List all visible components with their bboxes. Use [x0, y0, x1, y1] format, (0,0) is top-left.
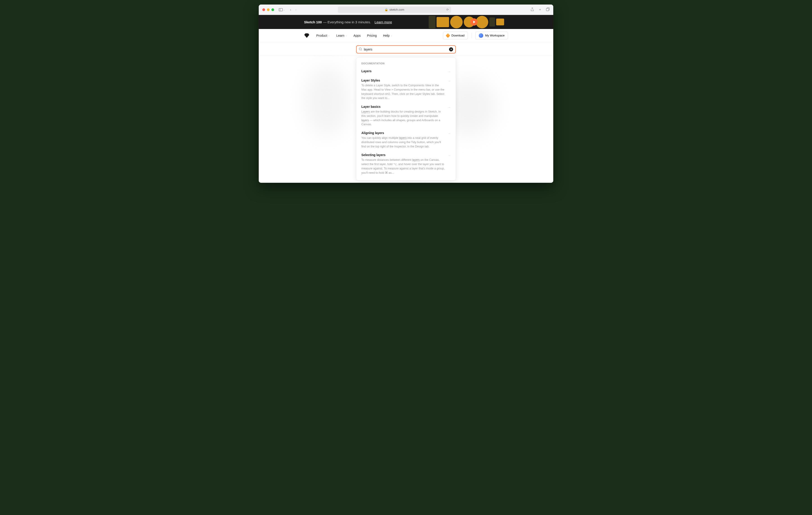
- nav-item-label: Apps: [353, 34, 361, 37]
- search-result-item[interactable]: Aligning layersYou can quickly align mul…: [356, 129, 456, 151]
- search-area: ✕: [259, 42, 553, 56]
- chevron-down-icon: ⌄: [390, 34, 393, 37]
- nav-item-label: Pricing: [367, 34, 377, 37]
- svg-rect-0: [279, 8, 283, 11]
- banner-preview: [429, 15, 519, 29]
- share-icon[interactable]: [531, 7, 534, 12]
- arrow-right-icon: →: [448, 70, 451, 73]
- promo-banner[interactable]: Sketch 100 — Everything new in 3 minutes…: [259, 15, 553, 29]
- search-result-item[interactable]: Layer StylesTo delete a Layer Style, swi…: [356, 76, 456, 102]
- clear-search-button[interactable]: ✕: [449, 47, 453, 52]
- maximize-window-button[interactable]: [271, 8, 274, 11]
- nav-item-help[interactable]: Help⌄: [383, 34, 393, 37]
- download-label: Download: [451, 34, 464, 37]
- svg-rect-2: [546, 8, 549, 11]
- workspace-avatar: [479, 33, 483, 38]
- search-result-item[interactable]: Layers→: [356, 67, 456, 76]
- dropdown-section-title: DOCUMENTATION: [356, 61, 456, 67]
- svg-point-3: [359, 48, 361, 50]
- chevron-down-icon: ⌄: [345, 34, 347, 37]
- result-description: Layers are the building blocks for creat…: [361, 110, 445, 127]
- back-button[interactable]: ‹: [290, 8, 291, 12]
- nav-item-label: Help: [383, 34, 390, 37]
- play-button[interactable]: [470, 18, 477, 26]
- close-window-button[interactable]: [262, 8, 265, 11]
- address-bar[interactable]: 🔒 sketch.com ⟳: [338, 6, 451, 13]
- result-title: Layers: [361, 69, 445, 73]
- nav-arrows: ‹ ›: [290, 8, 296, 12]
- arrow-right-icon: →: [448, 105, 451, 109]
- workspace-label: My Workspace: [485, 34, 504, 37]
- forward-button[interactable]: ›: [295, 8, 296, 12]
- new-tab-icon[interactable]: +: [539, 7, 541, 12]
- content-area: DOCUMENTATION Layers→Layer StylesTo dele…: [259, 56, 553, 183]
- result-title: Selecting layers: [361, 153, 445, 157]
- refresh-icon[interactable]: ⟳: [446, 8, 449, 11]
- nav-item-product[interactable]: Product⌄: [316, 34, 330, 37]
- arrow-right-icon: →: [448, 132, 451, 135]
- browser-actions: +: [531, 7, 550, 12]
- minimize-window-button[interactable]: [267, 8, 270, 11]
- window-controls: [262, 8, 274, 11]
- search-input[interactable]: [364, 48, 449, 51]
- main-nav: Product⌄Learn⌄AppsPricingHelp⌄ Download …: [259, 29, 553, 42]
- search-result-item[interactable]: Selecting layersTo measure distances bet…: [356, 151, 456, 177]
- chevron-down-icon: ⌄: [328, 34, 330, 37]
- download-button[interactable]: Download: [443, 32, 468, 39]
- search-result-item[interactable]: Layer basicsLayers are the building bloc…: [356, 102, 456, 129]
- result-description: You can quickly align multiple layers in…: [361, 136, 445, 149]
- result-description: To measure distances between different l…: [361, 158, 445, 175]
- result-title: Aligning layers: [361, 131, 445, 135]
- banner-subtitle: — Everything new in 3 minutes.: [323, 20, 371, 24]
- result-description: To delete a Layer Style, switch to the C…: [361, 83, 445, 100]
- nav-item-label: Learn: [336, 34, 344, 37]
- lock-icon: 🔒: [384, 8, 388, 11]
- nav-item-label: Product: [316, 34, 327, 37]
- sidebar-toggle-button[interactable]: ⌄: [279, 8, 285, 11]
- banner-title: Sketch 100: [304, 20, 322, 24]
- url-text: sketch.com: [389, 8, 404, 11]
- nav-right: Download My Workspace: [443, 32, 508, 39]
- search-results-dropdown: DOCUMENTATION Layers→Layer StylesTo dele…: [356, 57, 456, 181]
- nav-items: Product⌄Learn⌄AppsPricingHelp⌄: [316, 34, 393, 37]
- banner-text: Sketch 100 — Everything new in 3 minutes…: [304, 20, 392, 24]
- search-icon: [359, 48, 362, 52]
- search-box: ✕: [356, 45, 456, 54]
- nav-item-pricing[interactable]: Pricing: [367, 34, 377, 37]
- banner-learn-more-link[interactable]: Learn more: [375, 20, 392, 24]
- result-title: Layer Styles: [361, 79, 445, 82]
- nav-item-learn[interactable]: Learn⌄: [336, 34, 347, 37]
- arrow-right-icon: →: [448, 79, 451, 83]
- nav-item-apps[interactable]: Apps: [353, 34, 361, 37]
- svg-line-4: [361, 50, 362, 51]
- tabs-icon[interactable]: [546, 7, 550, 12]
- result-title: Layer basics: [361, 105, 445, 109]
- diamond-icon: [446, 33, 451, 38]
- workspace-button[interactable]: My Workspace: [475, 32, 508, 39]
- sketch-logo[interactable]: [304, 33, 310, 38]
- nav-divider: [471, 33, 472, 38]
- browser-chrome: ⌄ ‹ › 🔒 sketch.com ⟳ +: [259, 4, 553, 15]
- arrow-right-icon: →: [448, 154, 451, 157]
- browser-window: ⌄ ‹ › 🔒 sketch.com ⟳ +: [259, 4, 553, 183]
